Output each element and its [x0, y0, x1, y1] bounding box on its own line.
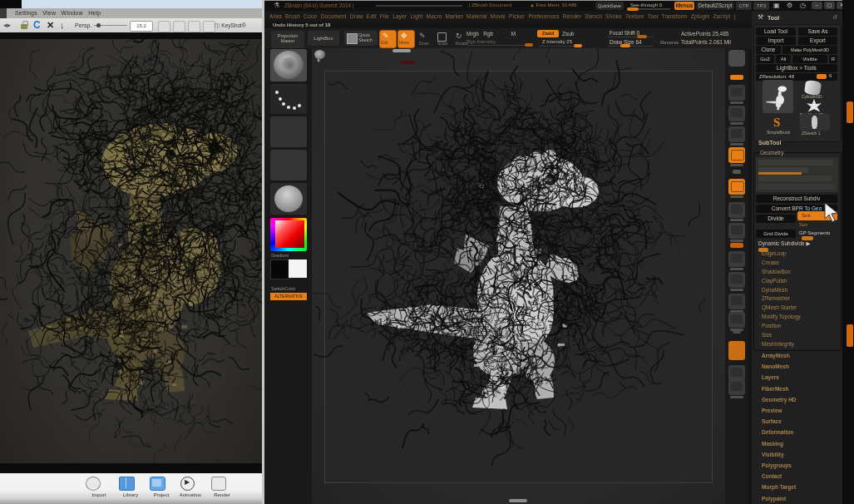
svg-text:S: S [773, 116, 780, 129]
